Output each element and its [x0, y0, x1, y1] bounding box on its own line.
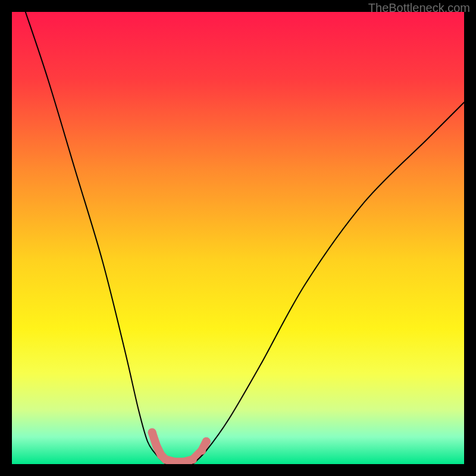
- chart-svg: [12, 12, 464, 464]
- marker-bottom-markers: [161, 455, 170, 464]
- chart-container: [12, 12, 464, 464]
- watermark-text: TheBottleneck.com: [368, 1, 470, 15]
- marker-bottom-markers: [198, 446, 206, 455]
- marker-bottom-markers: [152, 442, 161, 450]
- marker-bottom-markers: [148, 428, 156, 437]
- marker-bottom-markers: [202, 437, 211, 446]
- chart-background: [12, 12, 464, 464]
- marker-bottom-markers: [189, 455, 197, 464]
